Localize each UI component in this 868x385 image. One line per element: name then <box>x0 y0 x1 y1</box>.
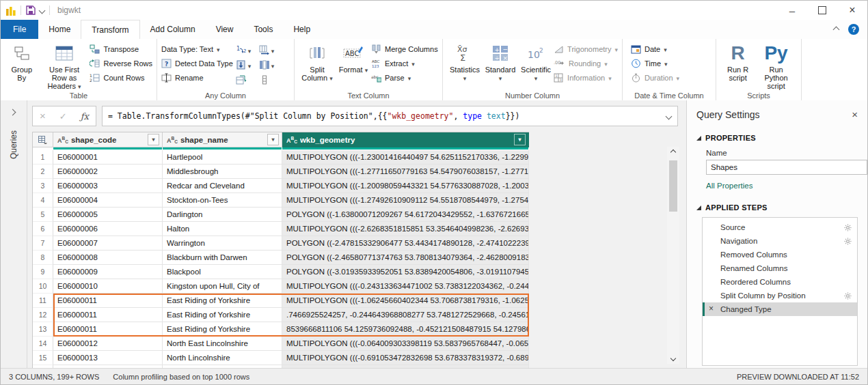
cell-shape-code[interactable]: E06000010 <box>53 279 163 294</box>
cell-shape-name[interactable]: Hartlepool <box>163 150 282 165</box>
cell-shape-code[interactable]: E06000005 <box>53 208 163 222</box>
vertical-scrollbar[interactable] <box>667 147 679 364</box>
cell-shape-name[interactable]: North Lincolnshire <box>163 351 282 365</box>
table-menu-button[interactable] <box>33 132 53 147</box>
close-panel-icon[interactable] <box>852 109 858 120</box>
table-row[interactable]: 14 E06000012 North East Lincolnshire MUL… <box>33 337 529 351</box>
cell-wkb-geometry[interactable]: MULTIPOLYGON (((-1.06245660402344 53.706… <box>282 294 529 308</box>
use-first-row-as-headers-button[interactable]: Use First Row as Headers <box>39 41 90 92</box>
applied-step[interactable]: Split Column by Position <box>703 289 857 302</box>
time-button[interactable]: Time <box>631 57 679 69</box>
cell-wkb-geometry[interactable]: MULTIPOLYGON (((-1.23001416440497 54.625… <box>282 150 529 165</box>
convert-to-list-button[interactable] <box>259 73 281 87</box>
applied-step[interactable]: Renamed Columns <box>703 261 857 275</box>
cell-shape-name[interactable]: East Riding of Yorkshire <box>163 294 282 308</box>
cell-shape-code[interactable]: E06000003 <box>53 179 163 193</box>
step-gear-icon[interactable] <box>844 238 852 245</box>
cell-wkb-geometry[interactable]: MULTIPOLYGON (((-0.691053472832698 53.67… <box>282 351 529 365</box>
tab-file[interactable]: File <box>1 20 38 39</box>
table-row[interactable]: 7 E06000007 Warrington POLYGON ((-2.4781… <box>33 236 529 251</box>
duration-button[interactable]: Duration <box>631 72 679 83</box>
all-properties-link[interactable]: All Properties <box>706 182 858 190</box>
close-button[interactable] <box>837 1 867 20</box>
cell-shape-code[interactable]: E06000012 <box>53 337 163 351</box>
table-row[interactable]: 1 E06000001 Hartlepool MULTIPOLYGON (((-… <box>33 150 529 165</box>
cell-shape-name[interactable]: North East Lincolnshire <box>163 337 282 351</box>
profiling-info[interactable]: Column profiling based on top 1000 rows <box>113 373 249 381</box>
applied-steps-section-header[interactable]: APPLIED STEPS <box>696 203 858 212</box>
table-row[interactable]: 11 E06000011 East Riding of Yorkshire MU… <box>33 294 529 308</box>
cell-shape-code[interactable]: E06000006 <box>53 222 163 236</box>
extract-button[interactable]: ABC123 Extract <box>371 57 438 69</box>
tab-transform[interactable]: Transform <box>81 20 139 40</box>
step-gear-icon[interactable] <box>844 292 852 300</box>
table-row[interactable]: 5 E06000005 Darlington POLYGON ((-1.6380… <box>33 208 529 222</box>
count-rows-button[interactable]: 12 Count Rows <box>90 72 152 83</box>
cell-wkb-geometry[interactable]: POLYGON ((-2.47815332906477 53.443417489… <box>282 236 529 251</box>
cell-shape-code[interactable]: E06000011 <box>53 322 163 337</box>
fx-icon[interactable] <box>81 110 89 122</box>
cell-shape-code[interactable]: E06000011 <box>53 294 163 308</box>
cell-shape-name[interactable]: East Riding of Yorkshire <box>163 322 282 337</box>
cell-shape-name[interactable]: Middlesbrough <box>163 165 282 179</box>
cell-shape-name[interactable]: Redcar and Cleveland <box>163 179 282 193</box>
maximize-button[interactable] <box>807 1 837 20</box>
cell-wkb-geometry[interactable]: POLYGON ((-2.46580771374763 53.780813407… <box>282 251 529 265</box>
tab-tools[interactable]: Tools <box>243 20 283 39</box>
rename-button[interactable]: Rename <box>161 72 233 83</box>
split-column-button[interactable]: Split Column <box>299 41 336 84</box>
replace-values-button[interactable]: 12 <box>236 43 258 57</box>
cell-shape-name[interactable]: Halton <box>163 222 282 236</box>
pivot-column-button[interactable] <box>236 73 258 87</box>
cell-shape-code[interactable]: E06000007 <box>53 236 163 251</box>
table-row[interactable]: 8 E06000008 Blackburn with Darwen POLYGO… <box>33 251 529 265</box>
cell-wkb-geometry[interactable]: MULTIPOLYGON (((-0.064009303398119 53.58… <box>282 337 529 351</box>
date-button[interactable]: Date <box>631 43 679 55</box>
cell-shape-code[interactable]: E06000011 <box>53 308 163 322</box>
unpivot-columns-button[interactable] <box>259 58 281 72</box>
trigonometry-button[interactable]: Trigonometry <box>554 43 618 55</box>
collapse-ribbon-icon[interactable] <box>833 26 840 33</box>
cell-shape-code[interactable]: E06000004 <box>53 193 163 208</box>
help-icon[interactable] <box>848 24 859 35</box>
cell-shape-name[interactable]: East Riding of Yorkshire <box>163 308 282 322</box>
fill-button[interactable] <box>236 58 258 72</box>
table-row[interactable]: 13 E06000011 East Riding of Yorkshire 85… <box>33 322 529 337</box>
cancel-formula-icon[interactable] <box>40 110 46 122</box>
merge-columns-button[interactable]: Merge Columns <box>371 43 438 55</box>
detect-data-type-button[interactable]: ? Detect Data Type <box>161 57 233 69</box>
table-row[interactable]: 12 E06000011 East Riding of Yorkshire .7… <box>33 308 529 322</box>
cell-shape-name[interactable]: Blackpool <box>163 265 282 279</box>
column-header-shape-code[interactable]: shape_code <box>53 132 163 147</box>
filter-dropdown-icon[interactable] <box>514 134 526 145</box>
tab-help[interactable]: Help <box>283 20 321 39</box>
move-columns-button[interactable] <box>259 43 281 57</box>
standard-button[interactable]: +−÷× Standard <box>483 41 518 84</box>
expand-queries-icon[interactable] <box>10 109 16 116</box>
cell-wkb-geometry[interactable]: POLYGON ((-3.01935933952051 53.838942005… <box>282 265 529 279</box>
commit-formula-icon[interactable] <box>59 110 67 122</box>
rounding-button[interactable]: .00 Rounding <box>554 57 618 69</box>
step-gear-icon[interactable] <box>844 224 852 231</box>
cell-shape-name[interactable]: Kingston upon Hull, City of <box>163 279 282 294</box>
cell-shape-code[interactable]: E06000001 <box>53 150 163 165</box>
properties-section-header[interactable]: PROPERTIES <box>696 134 858 142</box>
tab-add-column[interactable]: Add Column <box>140 20 206 39</box>
cell-wkb-geometry[interactable]: MULTIPOLYGON (((-2.6268351815851 53.3546… <box>282 222 529 236</box>
table-row[interactable]: 3 E06000003 Redcar and Cleveland MULTIPO… <box>33 179 529 193</box>
filter-dropdown-icon[interactable] <box>148 134 159 145</box>
cell-shape-name[interactable]: Blackburn with Darwen <box>163 251 282 265</box>
transpose-button[interactable]: Transpose <box>90 43 152 55</box>
table-row[interactable]: 4 E06000004 Stockton-on-Tees MULTIPOLYGO… <box>33 193 529 208</box>
applied-step[interactable]: Navigation <box>703 234 857 248</box>
table-row[interactable]: 2 E06000002 Middlesbrough MULTIPOLYGON (… <box>33 165 529 179</box>
group-by-button[interactable]: Group By <box>5 41 39 83</box>
table-row[interactable]: 15 E06000013 North Lincolnshire MULTIPOL… <box>33 351 529 365</box>
information-button[interactable]: 13 Information <box>554 72 618 83</box>
column-header-shape-name[interactable]: shape_name <box>163 132 282 147</box>
tab-view[interactable]: View <box>206 20 244 39</box>
filter-dropdown-icon[interactable] <box>267 134 279 145</box>
scroll-down-icon[interactable] <box>667 353 679 364</box>
cell-wkb-geometry[interactable]: MULTIPOLYGON (((-1.27492610909112 54.551… <box>282 193 529 208</box>
cell-wkb-geometry[interactable]: MULTIPOLYGON (((-1.27711650779163 54.547… <box>282 165 529 179</box>
